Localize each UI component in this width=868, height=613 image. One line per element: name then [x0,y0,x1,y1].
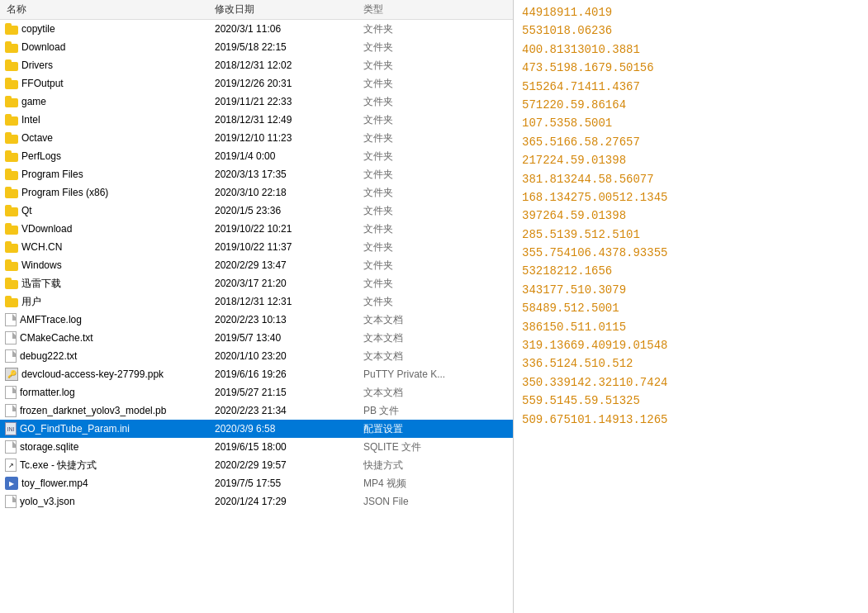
data-row: 515 264.714 11.4367 [520,78,861,96]
file-list-header: 名称 修改日期 类型 [0,0,513,20]
data-row: 571 220.5 9.86164 [520,96,861,114]
data-value: 400.813 [522,40,571,59]
file-date: 2020/3/13 17:35 [215,169,363,180]
data-row: 336.5 124.5 10.512 [520,354,861,373]
file-row[interactable]: game2019/11/21 22:33文件夹 [0,93,513,111]
folder-icon [5,132,18,144]
data-value: 13.1265 [619,411,668,429]
data-value: 10.3881 [591,40,640,59]
file-date: 2019/6/15 18:00 [215,441,363,453]
data-value: 553 [522,21,543,40]
file-row[interactable]: Qt2020/1/5 23:36文件夹 [0,202,513,220]
file-row[interactable]: frozen_darknet_yolov3_model.pb2020/2/23 … [0,402,513,420]
data-value: 145.5 [557,392,591,410]
data-value: 12.5101 [591,226,640,244]
data-value: 365.5 [522,133,557,151]
data-value: 336.5 [522,354,557,373]
file-row[interactable]: Program Files2020/3/13 17:35文件夹 [0,165,513,183]
data-value: 355.754 [522,244,571,262]
file-row[interactable]: ↗Tc.exe - 快捷方式2020/2/29 19:57快捷方式 [0,456,513,474]
data-value: 107.5 [522,114,557,132]
data-value: 264.714 [543,78,591,96]
file-type: 文件夹 [363,40,471,55]
folder-icon [5,41,18,53]
folder-icon [5,23,18,35]
data-value: 224.5 [543,151,577,169]
data-value: 12.1656 [563,262,612,280]
file-type: PB 文件 [363,404,471,418]
file-row[interactable]: Windows2020/2/29 13:47文件夹 [0,256,513,274]
file-name: INIGO_FindTube_Param.ini [0,422,215,435]
file-type: JSON File [363,496,471,507]
file-type: 文件夹 [363,150,471,164]
file-name: Intel [0,114,215,126]
file-name: PerfLogs [0,150,215,162]
file-row[interactable]: FFOutput2019/12/26 20:31文件夹 [0,74,513,93]
file-icon [5,331,17,345]
file-row[interactable]: storage.sqlite2019/6/15 18:00SQLITE 文件 [0,438,513,456]
file-row[interactable]: debug222.txt2020/1/10 23:20文本文档 [0,347,513,365]
data-value: 350.339 [522,373,571,392]
file-row[interactable]: WCH.CN2019/10/22 11:37文件夹 [0,238,513,256]
file-date: 2020/1/10 23:20 [215,350,363,362]
file-name: FFOutput [0,78,215,89]
file-type: 文本文档 [363,349,471,364]
file-type: 文件夹 [363,131,471,145]
data-value: 8.93355 [619,244,668,262]
file-row[interactable]: copytile2020/3/1 11:06文件夹 [0,20,513,38]
file-name: ▶toy_flower.mp4 [0,477,215,490]
file-type: 文本文档 [363,331,471,345]
file-row[interactable]: AMFTrace.log2020/2/23 10:13文本文档 [0,311,513,329]
file-date: 2019/12/10 11:23 [215,132,363,144]
file-type: 文件夹 [363,77,471,91]
file-date: 2019/10/22 10:21 [215,223,363,235]
data-value: 9.50156 [605,59,654,77]
data-value: 106.437 [571,244,619,262]
file-name: Program Files (x86) [0,187,215,198]
folder-icon [5,150,18,162]
file-name: Download [0,41,215,53]
data-value: 101.149 [571,411,619,429]
data-value: 10.7424 [619,373,668,392]
folder-icon [5,187,18,198]
data-value: 509.675 [522,411,571,429]
data-value: 319.136 [522,336,571,354]
file-row[interactable]: 用户2018/12/31 12:31文件夹 [0,292,513,311]
file-row[interactable]: Drivers2018/12/31 12:02文件夹 [0,56,513,74]
file-row[interactable]: Program Files (x86)2020/3/10 22:18文件夹 [0,183,513,202]
file-type: PuTTY Private K... [363,368,471,380]
file-date: 2020/2/29 19:57 [215,459,363,471]
file-row[interactable]: ▶toy_flower.mp42019/7/5 17:55MP4 视频 [0,474,513,492]
file-row[interactable]: CMakeCache.txt2019/5/7 13:40文本文档 [0,329,513,347]
folder-icon [5,278,18,289]
data-value: 189 [543,3,563,21]
file-name: game [0,96,215,107]
file-date: 2019/5/7 13:40 [215,332,363,344]
file-row[interactable]: INIGO_FindTube_Param.ini2020/3/9 6:58配置设… [0,420,513,438]
file-type: 文件夹 [363,295,471,309]
file-row[interactable]: yolo_v3.json2020/1/24 17:29JSON File [0,492,513,511]
file-icon [5,349,17,363]
file-row[interactable]: 迅雷下载2020/3/17 21:20文件夹 [0,274,513,292]
file-row[interactable]: formatter.log2019/5/27 21:15文本文档 [0,383,513,402]
file-row[interactable]: Download2019/5/18 22:15文件夹 [0,38,513,56]
file-type: 文件夹 [363,59,471,73]
header-type: 类型 [363,2,462,17]
data-value: 139.5 [557,226,591,244]
file-date: 2019/11/21 22:33 [215,96,363,107]
file-row[interactable]: VDownload2019/10/22 10:21文件夹 [0,220,513,238]
data-value: 559.5 [522,392,557,410]
file-name: Program Files [0,169,215,180]
file-row[interactable]: Intel2018/12/31 12:49文件夹 [0,111,513,129]
data-row: 386 150.5 11.0115 [520,318,861,336]
data-row: 381.813 244.5 8.56077 [520,170,861,188]
data-value: 168.134 [522,188,571,207]
data-row: 473.5 198.167 9.50156 [520,59,861,77]
file-name: frozen_darknet_yolov3_model.pb [0,404,215,417]
data-value: 397 [522,207,543,225]
file-row[interactable]: PerfLogs2019/1/4 0:00文件夹 [0,147,513,165]
data-row: 168.134 275.005 12.1345 [520,188,861,207]
file-row[interactable]: 🔑devcloud-access-key-27799.ppk2019/6/16 … [0,365,513,383]
data-value: 473.5 [522,59,557,77]
file-row[interactable]: Octave2019/12/10 11:23文件夹 [0,129,513,147]
